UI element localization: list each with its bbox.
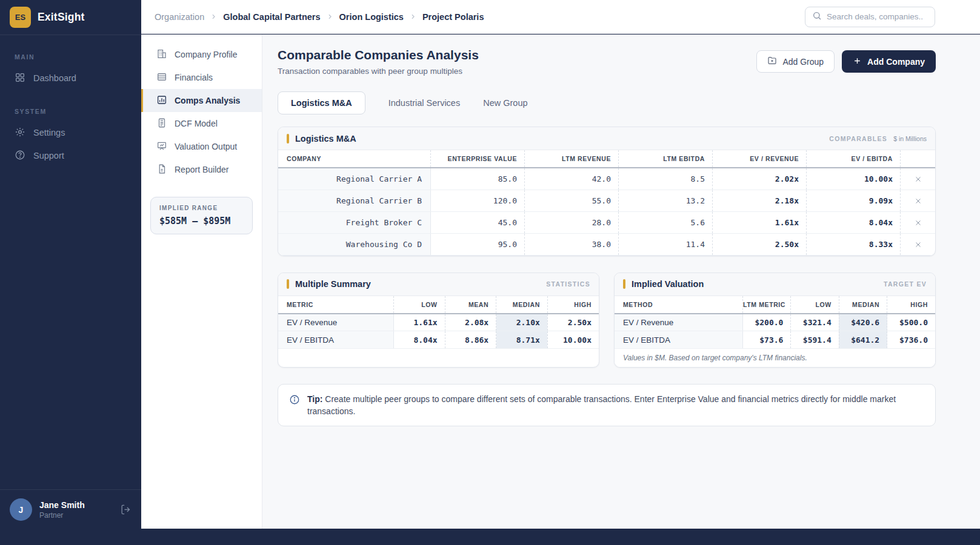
plus-icon [853,56,862,67]
col-ltm-ebitda: LTM EBITDA [619,150,713,168]
high-cell: 10.00x [547,331,599,349]
ev-cell[interactable]: 85.0 [431,168,525,190]
subnav-item-company-profile[interactable]: Company Profile [141,43,262,66]
valuation-header-row: METHOD LTM METRIC LOW MEDIAN HIGH [615,296,935,314]
app-name: ExitSight [38,11,85,24]
grid-icon [15,72,25,85]
gear-icon [15,127,25,139]
tab-new-group[interactable]: New Group [483,98,527,108]
company-name-cell[interactable]: Regional Carrier B [278,190,431,211]
table-rows-icon [156,71,167,84]
remove-row-button[interactable] [914,175,922,183]
col-median: MEDIAN [839,296,887,314]
col-mean: MEAN [445,296,496,314]
ebitda-cell[interactable]: 8.5 [619,168,713,190]
revenue-cell[interactable]: 38.0 [525,233,619,255]
primary-sidebar: ES ExitSight MAIN Dashboard SYSTEM Setti… [0,0,141,545]
subnav-item-comps-analysis[interactable]: Comps Analysis [141,89,262,112]
add-group-button[interactable]: Add Group [756,50,835,73]
user-block: J Jane Smith Partner [0,489,141,529]
revenue-cell[interactable]: 42.0 [525,168,619,190]
col-ev-revenue: EV / REVENUE [713,150,807,168]
ev-cell[interactable]: 45.0 [431,211,525,233]
search-input[interactable] [827,12,928,21]
sidebar-item-settings[interactable]: Settings [0,121,141,144]
multiple-summary-title: Multiple Summary [295,279,371,289]
subnav-item-financials[interactable]: Financials [141,66,262,89]
statistics-badge: STATISTICS [546,280,590,288]
remove-row-button[interactable] [914,240,922,249]
mean-cell: 2.08x [445,314,496,331]
tab-logistics-ma[interactable]: Logistics M&A [278,91,365,114]
accent-bar [287,279,289,289]
search-box [805,7,935,27]
high-cell: $736.0 [887,331,935,349]
table-row: EV / Revenue 1.61x 2.08x 2.10x 2.50x [278,314,599,331]
sidebar-item-support[interactable]: Support [0,144,141,167]
remove-row-button[interactable] [914,197,922,205]
subnav-item-label: Valuation Output [175,142,237,151]
table-row: Freight Broker C 45.0 28.0 5.6 1.61x 8.0… [278,211,935,233]
subnav-item-dcf-model[interactable]: DCF Model [141,112,262,135]
table-row: EV / EBITDA 8.04x 8.86x 8.71x 10.00x [278,331,599,349]
subnav-item-valuation-output[interactable]: Valuation Output [141,135,262,158]
sidebar-item-dashboard[interactable]: Dashboard [0,67,141,90]
peer-group-tabs: Logistics M&A Industrial Services New Gr… [278,91,936,114]
ev-ebitda-cell: 8.33x [807,233,901,255]
building-icon [156,48,167,61]
method-cell: EV / Revenue [615,314,743,331]
ev-ebitda-cell: 8.04x [807,211,901,233]
bar-chart-icon [156,94,167,107]
col-method: METHOD [615,296,743,314]
tab-industrial-services[interactable]: Industrial Services [388,98,460,108]
remove-row-button[interactable] [914,219,922,227]
ebitda-cell[interactable]: 13.2 [619,190,713,211]
comparables-title: Logistics M&A [295,134,356,144]
company-name-cell[interactable]: Freight Broker C [278,211,431,233]
ebitda-cell[interactable]: 11.4 [619,233,713,255]
comparables-badge: COMPARABLES [829,135,887,142]
metric-cell: EV / Revenue [278,314,393,331]
add-company-label: Add Company [867,57,925,67]
method-cell: EV / EBITDA [615,331,743,349]
target-ev-badge: TARGET EV [884,280,927,288]
high-cell: 2.50x [547,314,599,331]
revenue-cell[interactable]: 55.0 [525,190,619,211]
mean-cell: 8.86x [445,331,496,349]
low-cell: $591.4 [791,331,839,349]
col-actions [901,150,936,168]
subnav-item-report-builder[interactable]: Report Builder [141,158,262,181]
avatar: J [10,498,32,521]
col-metric: METRIC [278,296,393,314]
ev-cell[interactable]: 95.0 [431,233,525,255]
subnav-item-label: Report Builder [175,165,229,174]
accent-bar [287,134,289,144]
table-row: Warehousing Co D 95.0 38.0 11.4 2.50x 8.… [278,233,935,255]
tip-text: Tip: Create multiple peer groups to comp… [307,393,913,418]
breadcrumb-firm[interactable]: Global Capital Partners [223,12,320,22]
ebitda-cell[interactable]: 5.6 [619,211,713,233]
breadcrumb-organization[interactable]: Organization [155,12,204,22]
comparables-badges: COMPARABLES $ in Millions [829,135,927,142]
breadcrumb-company[interactable]: Orion Logistics [339,12,404,22]
implied-valuation-header: Implied Valuation TARGET EV [615,273,935,296]
company-name-cell[interactable]: Warehousing Co D [278,233,431,255]
revenue-cell[interactable]: 28.0 [525,211,619,233]
col-median: MEDIAN [496,296,548,314]
user-role: Partner [39,511,113,520]
add-company-button[interactable]: Add Company [842,50,936,73]
logout-icon[interactable] [120,504,132,515]
median-cell: $420.6 [839,314,887,331]
ev-ebitda-cell: 10.00x [807,168,901,190]
ev-revenue-cell: 2.50x [713,233,807,255]
table-row: Regional Carrier B 120.0 55.0 13.2 2.18x… [278,190,935,211]
low-cell: 1.61x [393,314,445,331]
company-name-cell[interactable]: Regional Carrier A [278,168,431,190]
ev-cell[interactable]: 120.0 [431,190,525,211]
subnav-item-label: Comps Analysis [175,96,240,105]
comparables-header-row: COMPANY ENTERPRISE VALUE LTM REVENUE LTM… [278,150,935,168]
sidebar-section-system: SYSTEM [0,108,141,115]
implied-valuation-card: Implied Valuation TARGET EV METHOD LTM M… [614,272,936,368]
table-row: EV / Revenue $200.0 $321.4 $420.6 $500.0 [615,314,935,331]
breadcrumb-project[interactable]: Project Polaris [422,12,484,22]
